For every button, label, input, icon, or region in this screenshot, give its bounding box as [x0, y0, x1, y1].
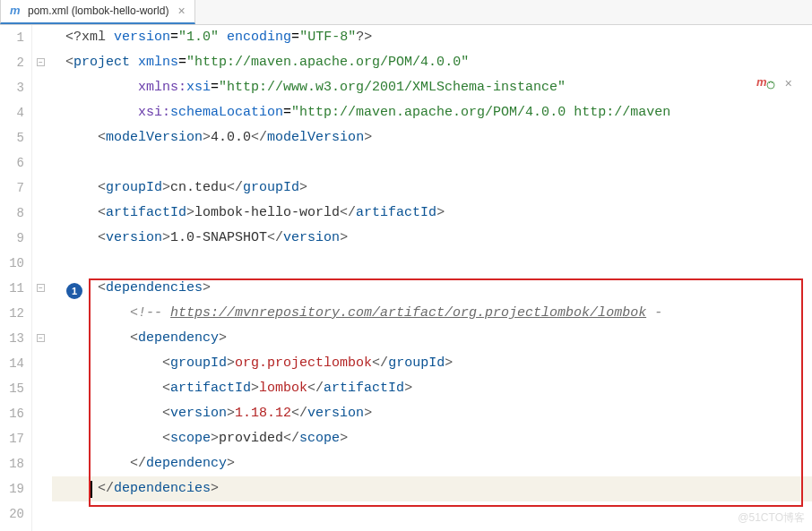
code-line[interactable]: xmlns:xsi="http://www.w3.org/2001/XMLSch… [52, 75, 812, 100]
line-number: 3 [0, 75, 24, 100]
line-number: 15 [0, 376, 24, 401]
svg-text:m: m [756, 75, 767, 89]
fold-cell [32, 376, 52, 401]
fold-cell [32, 201, 52, 226]
code-line[interactable]: <artifactId>lombok-hello-world</artifact… [52, 201, 812, 226]
code-line[interactable]: <groupId>org.projectlombok</groupId> [52, 351, 812, 376]
code-line[interactable]: <?xml version="1.0" encoding="UTF-8"?> [52, 25, 812, 50]
code-line[interactable] [52, 251, 812, 276]
annotation-number-badge: 1 [66, 283, 82, 299]
fold-cell [32, 401, 52, 426]
fold-cell [32, 125, 52, 150]
code-line[interactable]: </dependencies> [52, 476, 812, 501]
fold-cell [32, 451, 52, 476]
maven-reload-icon[interactable]: m [756, 74, 776, 90]
line-number: 19 [0, 476, 24, 501]
fold-cell [32, 176, 52, 201]
code-line[interactable]: <project xmlns="http://maven.apache.org/… [52, 50, 812, 75]
line-number: 7 [0, 176, 24, 201]
line-number: 4 [0, 100, 24, 125]
line-number-gutter: 1234567891011121314151617181920 [0, 25, 32, 531]
fold-toggle-icon[interactable]: − [37, 334, 45, 342]
line-number: 13 [0, 326, 24, 351]
fold-cell [32, 351, 52, 376]
fold-cell [32, 476, 52, 501]
code-line[interactable]: <modelVersion>4.0.0</modelVersion> [52, 125, 812, 150]
line-number: 16 [0, 401, 24, 426]
code-area[interactable]: <?xml version="1.0" encoding="UTF-8"?><p… [52, 25, 812, 531]
code-line[interactable]: <version>1.0-SNAPSHOT</version> [52, 226, 812, 251]
line-number: 2 [0, 50, 24, 75]
line-number: 1 [0, 25, 24, 50]
watermark: @51CTO博客 [738, 510, 805, 526]
line-number: 20 [0, 501, 24, 527]
line-number: 5 [0, 125, 24, 150]
fold-cell [32, 501, 52, 527]
fold-cell [32, 150, 52, 176]
close-icon[interactable]: × [177, 4, 185, 18]
fold-cell: − [32, 50, 52, 75]
fold-toggle-icon[interactable]: − [37, 58, 45, 66]
line-number: 12 [0, 301, 24, 326]
line-number: 9 [0, 226, 24, 251]
code-line[interactable]: <scope>provided</scope> [52, 426, 812, 451]
fold-cell [32, 25, 52, 50]
fold-cell [32, 251, 52, 276]
code-line[interactable]: <groupId>cn.tedu</groupId> [52, 176, 812, 201]
fold-cell: − [32, 326, 52, 351]
svg-point-1 [767, 81, 774, 89]
line-number: 8 [0, 201, 24, 226]
code-editor[interactable]: 1234567891011121314151617181920 −−− <?xm… [0, 25, 812, 531]
line-number: 14 [0, 351, 24, 376]
line-number: 11 [0, 276, 24, 301]
line-number: 17 [0, 426, 24, 451]
fold-toggle-icon[interactable]: − [37, 284, 45, 292]
line-number: 6 [0, 150, 24, 176]
line-number: 18 [0, 451, 24, 476]
fold-cell [32, 426, 52, 451]
code-line[interactable]: </dependency> [52, 451, 812, 476]
code-line[interactable]: <version>1.18.12</version> [52, 401, 812, 426]
code-line[interactable]: <dependency> [52, 326, 812, 351]
maven-file-icon: m [10, 4, 22, 17]
code-line[interactable]: <artifactId>lombok</artifactId> [52, 376, 812, 401]
maven-popup-close-icon[interactable]: × [785, 77, 792, 91]
fold-cell [32, 226, 52, 251]
fold-cell [32, 75, 52, 100]
fold-gutter: −−− [32, 25, 52, 531]
text-caret [91, 481, 92, 498]
fold-cell: − [32, 276, 52, 301]
fold-cell [32, 301, 52, 326]
tab-pom-xml[interactable]: m pom.xml (lombok-hello-world) × [0, 0, 195, 24]
code-line[interactable]: xsi:schemaLocation="http://maven.apache.… [52, 100, 812, 125]
code-line[interactable]: <dependencies> [52, 276, 812, 301]
line-number: 10 [0, 251, 24, 276]
tab-label: pom.xml (lombok-hello-world) [28, 4, 168, 17]
fold-cell [32, 100, 52, 125]
code-line[interactable]: <!-- https://mvnrepository.com/artifact/… [52, 301, 812, 326]
code-line[interactable] [52, 150, 812, 176]
code-line[interactable] [52, 501, 812, 527]
tab-bar: m pom.xml (lombok-hello-world) × [0, 0, 812, 25]
